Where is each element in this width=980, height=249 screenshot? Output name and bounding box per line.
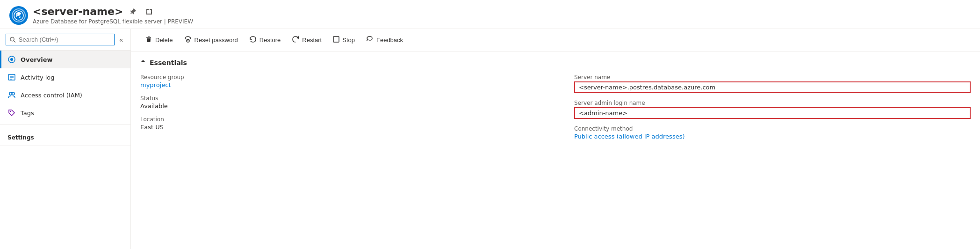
connectivity-field: Connectivity method Public access (allow… — [574, 125, 971, 140]
essentials-left-column: Resource group myproject Status Availabl… — [140, 74, 555, 140]
status-value: Available — [140, 103, 555, 110]
essentials-header: Essentials — [140, 59, 971, 66]
sidebar-item-activity-log[interactable]: Activity log — [0, 68, 130, 86]
collapse-essentials-icon — [140, 60, 146, 66]
svg-rect-16 — [333, 37, 339, 42]
main-layout: « Overview — [0, 29, 980, 249]
nav-divider — [0, 124, 130, 125]
svg-point-1 — [14, 11, 23, 20]
resource-group-field: Resource group myproject — [140, 74, 555, 88]
feedback-button[interactable]: Feedback — [361, 33, 408, 47]
sidebar-item-tags[interactable]: Tags — [0, 104, 130, 122]
page-header: <server-name> Azure Database for Postgre… — [0, 0, 980, 29]
search-icon — [10, 37, 16, 43]
connectivity-label: Connectivity method — [574, 125, 971, 132]
content-area: Delete Reset password — [131, 29, 980, 249]
resource-title: <server-name> — [33, 6, 193, 17]
feedback-icon — [366, 36, 374, 44]
essentials-grid: Resource group myproject Status Availabl… — [140, 74, 971, 140]
header-title-block: <server-name> Azure Database for Postgre… — [33, 6, 193, 25]
svg-rect-3 — [16, 14, 17, 17]
admin-login-field: Server admin login name <admin-name> — [574, 100, 971, 119]
collapse-sidebar-button[interactable]: « — [117, 34, 125, 45]
delete-button[interactable]: Delete — [140, 33, 178, 47]
svg-line-5 — [14, 40, 15, 42]
feedback-label: Feedback — [376, 37, 403, 44]
status-label: Status — [140, 95, 555, 102]
location-field: Location East US — [140, 116, 555, 131]
resource-group-label: Resource group — [140, 74, 555, 81]
access-control-icon — [7, 91, 16, 99]
restart-button[interactable]: Restart — [287, 33, 326, 47]
sidebar-item-activity-log-label: Activity log — [21, 74, 55, 81]
server-name-value: <server-name>.postres.database.azure.com — [574, 81, 971, 93]
svg-point-7 — [10, 58, 13, 61]
svg-point-14 — [10, 111, 11, 112]
delete-label: Delete — [155, 37, 173, 44]
sidebar-item-overview-label: Overview — [21, 56, 53, 63]
activity-log-icon — [7, 73, 16, 81]
search-input-wrapper[interactable] — [6, 34, 115, 45]
nav-items: Overview Activity log — [0, 51, 130, 249]
reset-password-button[interactable]: Reset password — [180, 33, 243, 47]
overview-icon — [7, 55, 16, 64]
print-button[interactable] — [144, 6, 155, 17]
resource-group-value[interactable]: myproject — [140, 81, 555, 88]
essentials-title: Essentials — [150, 59, 187, 66]
server-name-label: Server name — [574, 74, 971, 81]
restart-label: Restart — [302, 37, 322, 44]
restore-label: Restore — [259, 37, 281, 44]
essentials-right-column: Server name <server-name>.postres.databa… — [555, 74, 971, 140]
search-bar-container: « — [0, 29, 130, 51]
server-name-field: Server name <server-name>.postres.databa… — [574, 74, 971, 93]
sidebar-item-access-control-label: Access control (IAM) — [21, 92, 82, 99]
svg-point-2 — [16, 12, 21, 15]
search-input[interactable] — [19, 36, 110, 43]
svg-point-0 — [13, 9, 25, 22]
reset-password-icon — [184, 36, 192, 44]
admin-login-value: <admin-name> — [574, 107, 971, 119]
location-label: Location — [140, 116, 555, 123]
reset-password-label: Reset password — [195, 37, 238, 44]
status-field: Status Available — [140, 95, 555, 110]
resource-icon — [9, 6, 28, 25]
location-value: East US — [140, 124, 555, 131]
admin-login-label: Server admin login name — [574, 100, 971, 106]
delete-icon — [145, 36, 152, 44]
sidebar-item-overview[interactable]: Overview — [0, 51, 130, 68]
nav-divider-settings — [0, 146, 130, 146]
toolbar: Delete Reset password — [131, 29, 980, 51]
restore-icon — [249, 36, 257, 44]
sidebar-item-access-control[interactable]: Access control (IAM) — [0, 86, 130, 104]
pin-button[interactable] — [128, 6, 139, 17]
tags-icon — [7, 109, 16, 117]
svg-point-4 — [10, 37, 14, 41]
sidebar: « Overview — [0, 29, 131, 249]
restore-button[interactable]: Restore — [245, 33, 286, 47]
stop-icon — [333, 36, 339, 44]
essentials-section: Essentials Resource group myproject Stat… — [131, 51, 980, 147]
connectivity-value[interactable]: Public access (allowed IP addresses) — [574, 133, 971, 140]
settings-section-label: Settings — [0, 128, 130, 143]
server-name-title: <server-name> — [33, 6, 123, 17]
stop-label: Stop — [342, 37, 355, 44]
stop-button[interactable]: Stop — [328, 33, 360, 47]
restart-icon — [292, 36, 299, 44]
resource-subtitle: Azure Database for PostgreSQL flexible s… — [33, 18, 193, 25]
sidebar-item-tags-label: Tags — [21, 110, 34, 117]
